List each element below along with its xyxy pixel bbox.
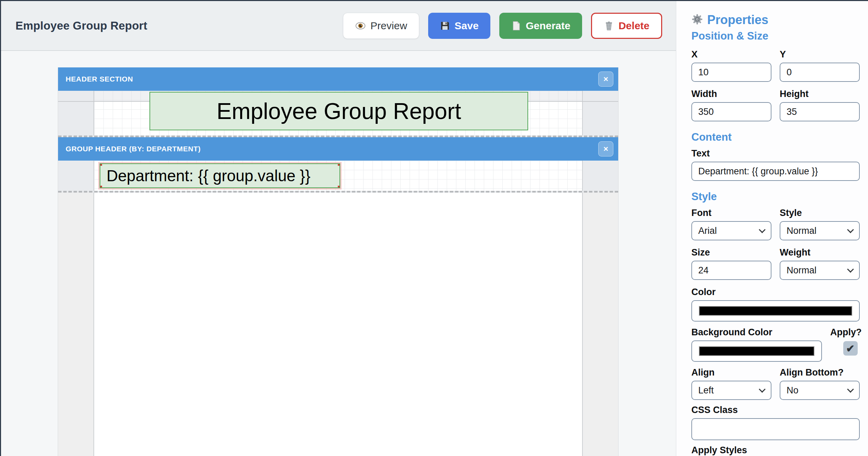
properties-panel: Properties Position & Size X Y Width Hei… — [676, 1, 868, 456]
resize-handle-bottom-left[interactable] — [100, 186, 102, 188]
color-picker[interactable] — [691, 300, 860, 322]
header-section-close-button[interactable]: × — [598, 72, 613, 87]
save-button-label: Save — [455, 20, 479, 32]
css-class-label: CSS Class — [691, 405, 860, 415]
position-size-heading: Position & Size — [691, 30, 860, 42]
align-bottom-select[interactable]: No — [780, 381, 860, 400]
header-section-title: HEADER SECTION — [66, 75, 133, 83]
align-select-value: Left — [698, 385, 714, 396]
color-label: Color — [691, 287, 860, 297]
resize-handle-bottom-right[interactable] — [338, 186, 340, 188]
close-icon: × — [603, 75, 608, 83]
report-element-group-label[interactable]: Department: {{ group.value }} — [100, 163, 340, 188]
page-left-margin — [58, 193, 93, 456]
width-input[interactable] — [691, 102, 771, 121]
page-body-area — [93, 193, 583, 456]
content-heading: Content — [691, 131, 860, 143]
resize-handle-top-left[interactable] — [100, 163, 102, 166]
gear-icon — [691, 13, 703, 26]
chevron-down-icon — [759, 386, 766, 393]
preview-button[interactable]: Preview — [343, 13, 419, 39]
toolbar: Employee Group Report Preview Save — [1, 1, 676, 51]
report-page: HEADER SECTION × Employee Group Report — [58, 67, 619, 456]
element-text: Department: {{ group.value }} — [107, 166, 310, 185]
font-select-value: Arial — [698, 226, 717, 236]
apply-styles-label: Apply Styles — [691, 445, 860, 456]
xy-row: X Y — [691, 49, 860, 82]
group-header-section-close-button[interactable]: × — [598, 141, 613, 156]
size-label: Size — [691, 247, 771, 258]
align-bottom-label: Align Bottom? — [780, 367, 860, 378]
font-select[interactable]: Arial — [691, 221, 771, 240]
y-label: Y — [780, 49, 860, 60]
background-color-swatch — [699, 346, 814, 356]
background-color-label: Background Color — [691, 327, 822, 338]
element-text: Employee Group Report — [216, 98, 461, 124]
close-icon: × — [603, 145, 608, 153]
color-swatch — [699, 306, 852, 316]
apply-background-checkbox[interactable]: ✔ — [843, 341, 858, 356]
chevron-down-icon — [847, 386, 854, 393]
trash-icon — [604, 21, 614, 31]
report-element-title[interactable]: Employee Group Report — [149, 92, 528, 130]
x-input[interactable] — [691, 63, 771, 82]
x-label: X — [691, 49, 771, 60]
group-header-section-title: GROUP HEADER (BY: DEPARTMENT) — [66, 145, 201, 153]
delete-button-label: Delete — [619, 20, 649, 32]
align-label: Align — [691, 367, 771, 378]
design-canvas: HEADER SECTION × Employee Group Report — [1, 51, 676, 456]
text-input[interactable] — [691, 162, 860, 181]
align-row: Align Left Align Bottom? No — [691, 367, 860, 400]
css-class-input[interactable] — [691, 418, 860, 440]
save-button[interactable]: Save — [428, 13, 490, 39]
y-input[interactable] — [780, 63, 860, 82]
toolbar-buttons: Preview Save Generate — [343, 13, 662, 39]
background-color-picker[interactable] — [691, 340, 822, 362]
report-builder-app: Employee Group Report Preview Save — [0, 0, 868, 456]
height-label: Height — [780, 89, 860, 99]
floppy-disk-icon — [440, 21, 450, 31]
page-right-margin — [583, 193, 618, 456]
align-bottom-select-value: No — [787, 385, 799, 396]
group-header-section-content: Department: {{ group.value }} — [58, 161, 618, 193]
style-heading: Style — [691, 191, 860, 203]
width-label: Width — [691, 89, 771, 99]
weight-label: Weight — [780, 247, 860, 258]
size-weight-row: Size Weight Normal — [691, 247, 860, 280]
weight-select[interactable]: Normal — [780, 261, 860, 280]
size-row: Width Height — [691, 89, 860, 121]
apply-label: Apply? — [830, 327, 862, 338]
chevron-down-icon — [759, 226, 766, 233]
header-section-content: Employee Group Report — [58, 91, 618, 137]
chevron-down-icon — [847, 266, 854, 273]
page-title: Employee Group Report — [15, 19, 147, 32]
chevron-down-icon — [847, 226, 854, 233]
delete-button[interactable]: Delete — [591, 13, 662, 39]
resize-handle-top-right[interactable] — [338, 163, 340, 166]
main-area: Employee Group Report Preview Save — [1, 1, 676, 456]
weight-select-value: Normal — [787, 265, 816, 276]
align-select[interactable]: Left — [691, 381, 771, 400]
text-label: Text — [691, 148, 860, 159]
generate-button[interactable]: Generate — [499, 13, 582, 39]
header-section-bar[interactable]: HEADER SECTION × — [58, 67, 618, 91]
eye-icon — [355, 20, 366, 31]
style-label: Style — [780, 208, 860, 218]
style-select-value: Normal — [787, 226, 816, 236]
preview-button-label: Preview — [370, 20, 407, 32]
properties-panel-header: Properties — [691, 13, 860, 27]
background-color-row: Background Color Apply? ✔ — [691, 327, 860, 362]
generate-button-label: Generate — [526, 20, 570, 32]
font-label: Font — [691, 208, 771, 218]
properties-title: Properties — [707, 13, 768, 27]
group-header-section-bar[interactable]: GROUP HEADER (BY: DEPARTMENT) × — [58, 137, 618, 161]
page-body — [58, 193, 618, 456]
checkmark-icon: ✔ — [846, 343, 855, 355]
font-style-row: Font Arial Style Normal — [691, 208, 860, 240]
document-icon — [511, 21, 521, 31]
height-input[interactable] — [780, 102, 860, 121]
size-input[interactable] — [691, 261, 771, 280]
style-select[interactable]: Normal — [780, 221, 860, 240]
